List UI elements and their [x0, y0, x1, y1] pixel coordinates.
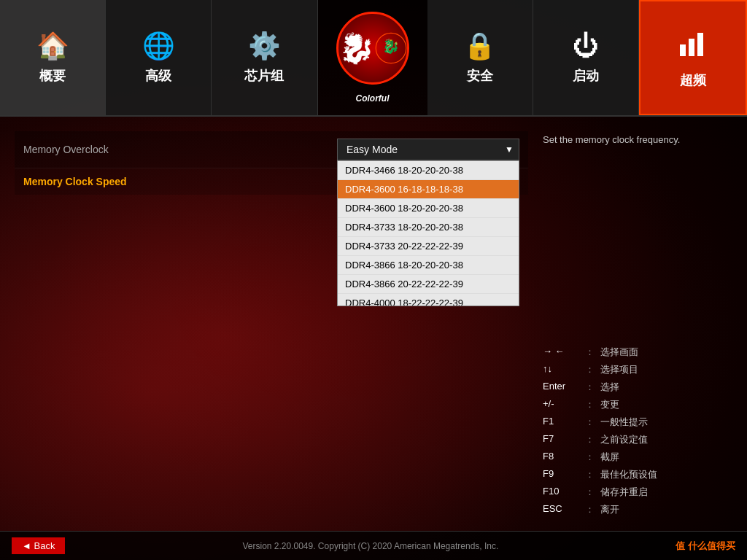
- nav-label-oc: 超频: [680, 71, 706, 89]
- nav-item-advanced[interactable]: 🌐 高级: [106, 0, 212, 115]
- dropdown-selected-value: Easy Mode: [347, 144, 398, 155]
- keybind-item-3: +/-：变更: [543, 398, 732, 411]
- nav-item-overview[interactable]: 🏠 概要: [0, 0, 106, 115]
- dropdown-item-7[interactable]: DDR4-4000 18-22-22-22-39: [338, 294, 519, 306]
- dragon-logo-svg: 🐉: [375, 23, 407, 74]
- nav-label-advanced: 高级: [145, 67, 171, 85]
- dropdown-wrapper: Easy Mode ▼ DDR4-3466 18-20-20-20-38 DDR…: [337, 139, 519, 160]
- easy-mode-dropdown[interactable]: Easy Mode: [337, 139, 519, 160]
- brand-name: Colorful: [356, 93, 390, 104]
- power-icon: ⏻: [573, 31, 599, 61]
- keybind-item-0: → ←：选择画面: [543, 346, 732, 359]
- footer: ◄ Back Version 2.20.0049. Copyright (C) …: [0, 531, 747, 560]
- nav-item-boot[interactable]: ⏻ 启动: [533, 0, 639, 115]
- svg-rect-4: [697, 33, 703, 56]
- version-text: Version 2.20.0049. Copyright (C) 2020 Am…: [242, 541, 498, 551]
- keybind-item-5: F7：之前设定值: [543, 433, 732, 446]
- gear-icon: ⚙️: [248, 31, 281, 61]
- globe-icon: 🌐: [142, 31, 175, 61]
- hint-text: Set the memory clock frequency.: [543, 131, 732, 145]
- nav-label-overview: 概要: [39, 67, 66, 85]
- chart-icon: [677, 27, 709, 66]
- back-button[interactable]: ◄ Back: [12, 537, 65, 554]
- memory-clock-label: Memory Clock Speed: [23, 176, 127, 187]
- colorful-logo: 🐉: [336, 12, 409, 85]
- dropdown-item-6[interactable]: DDR4-3866 20-22-22-22-39: [338, 275, 519, 294]
- nav-label-security: 安全: [467, 67, 493, 85]
- site-logo: 值 什么值得买: [676, 540, 735, 553]
- keybind-item-8: F10：储存并重启: [543, 486, 732, 499]
- left-panel: Memory Overclock Easy Mode ▼ DDR4-3466 1…: [15, 131, 528, 516]
- keybind-item-7: F9：最佳化预设值: [543, 468, 732, 481]
- lock-icon: 🔒: [463, 31, 496, 61]
- dropdown-item-5[interactable]: DDR4-3866 18-20-20-20-38: [338, 256, 519, 275]
- dropdown-item-3[interactable]: DDR4-3733 18-20-20-20-38: [338, 218, 519, 237]
- keybind-item-9: ESC：离开: [543, 503, 732, 516]
- nav-item-security[interactable]: 🔒 安全: [427, 0, 533, 115]
- keybind-item-4: F1：一般性提示: [543, 416, 732, 429]
- nav-item-chipset[interactable]: ⚙️ 芯片组: [212, 0, 317, 115]
- main-content: Memory Overclock Easy Mode ▼ DDR4-3466 1…: [0, 117, 747, 531]
- dropdown-item-0[interactable]: DDR4-3466 18-20-20-20-38: [338, 161, 519, 180]
- nav-label-chipset: 芯片组: [244, 67, 284, 85]
- keybind-item-6: F8：截屏: [543, 451, 732, 464]
- right-panel: Set the memory clock frequency. → ←：选择画面…: [543, 131, 732, 516]
- nav-item-oc[interactable]: 超频: [639, 0, 747, 115]
- keybind-item-1: ↑↓：选择项目: [543, 363, 732, 376]
- nav-label-boot: 启动: [573, 67, 599, 85]
- svg-rect-2: [680, 44, 686, 56]
- dropdown-item-2[interactable]: DDR4-3600 18-20-20-20-38: [338, 199, 519, 218]
- nav-logo: 🐉 Colorful: [318, 0, 427, 115]
- dropdown-item-4[interactable]: DDR4-3733 20-22-22-22-39: [338, 237, 519, 256]
- keybinds-list: → ←：选择画面↑↓：选择项目Enter：选择+/-：变更F1：一般性提示F7：…: [543, 346, 732, 516]
- svg-text:🐉: 🐉: [382, 38, 400, 55]
- memory-overclock-row: Memory Overclock Easy Mode ▼ DDR4-3466 1…: [15, 131, 528, 168]
- svg-rect-3: [689, 39, 694, 56]
- dropdown-item-1[interactable]: DDR4-3600 16-18-18-18-38: [338, 180, 519, 199]
- home-icon: 🏠: [36, 31, 69, 61]
- memory-overclock-label: Memory Overclock: [23, 144, 109, 155]
- keybind-item-2: Enter：选择: [543, 381, 732, 394]
- top-nav: 🏠 概要 🌐 高级 ⚙️ 芯片组 🐉 Colorful 🔒 安全 ⏻ 启动: [0, 0, 747, 117]
- dropdown-list: DDR4-3466 18-20-20-20-38 DDR4-3600 16-18…: [337, 160, 519, 306]
